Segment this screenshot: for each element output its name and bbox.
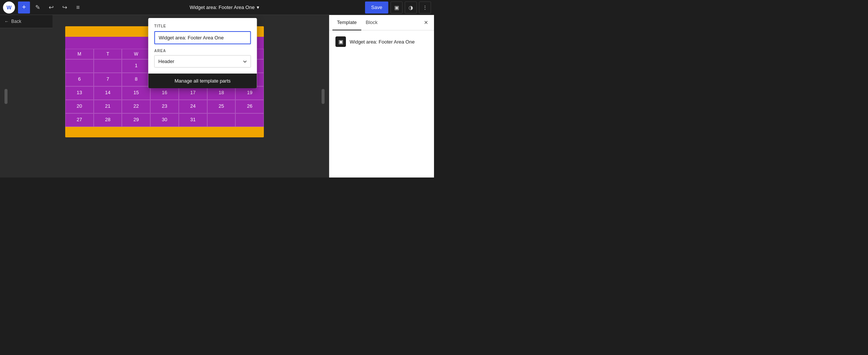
cal-day: 31 [179,113,207,127]
cal-day: 25 [207,100,236,113]
more-icon: ⋮ [422,5,428,11]
right-panel-tabs: Template Block × [329,15,434,30]
cal-day: 16 [150,86,179,100]
cal-day: 6 [65,73,94,86]
popup-inner: TITLE AREA Header Footer Sidebar [148,18,257,74]
add-block-button[interactable]: + [18,2,30,14]
panel-close-button[interactable]: × [421,16,431,30]
cal-day [235,113,264,127]
day-header-mon: M [65,49,94,59]
title-label: TITLE [154,24,251,28]
cal-day: 29 [122,113,150,127]
undo-icon: ↩ [49,4,54,11]
cal-day [207,113,236,127]
cal-day: 17 [179,86,207,100]
cal-day: 19 [235,86,264,100]
area-label: AREA [154,49,251,53]
widget-icon-glyph: ▣ [338,39,343,45]
main-layout: ← Back March 2023 M T W T F S S 1 [0,15,434,178]
close-icon: × [424,19,428,26]
cal-day: 30 [150,113,179,127]
right-resize-handle[interactable] [322,89,325,104]
tab-block-label: Block [366,20,378,25]
cal-day: 13 [65,86,94,100]
area-select[interactable]: Header Footer Sidebar [154,55,251,68]
cal-day: 27 [65,113,94,127]
cal-day [94,59,122,73]
layout-button[interactable]: ▣ [391,2,403,14]
wp-logo[interactable]: W [3,2,15,14]
contrast-icon: ◑ [409,5,413,11]
calendar-footer-bar [65,127,264,137]
widget-area-title-text: Widget area: Footer Area One [190,5,254,10]
cal-day: 23 [150,100,179,113]
more-options-button[interactable]: ⋮ [419,2,431,14]
cal-day: 26 [235,100,264,113]
cal-day: 1 [122,59,150,73]
contrast-button[interactable]: ◑ [405,2,417,14]
edit-tool-button[interactable]: ✎ [31,2,43,14]
widget-area-item: ▣ Widget area: Footer Area One [335,36,428,47]
cal-day: 18 [207,86,236,100]
save-button[interactable]: Save [365,2,388,14]
cal-day: 8 [122,73,150,86]
cal-day: 7 [94,73,122,86]
cal-day: 28 [94,113,122,127]
chevron-down-icon: ▾ [257,5,259,10]
widget-area-name: Widget area: Footer Area One [350,39,415,45]
tab-template-label: Template [337,20,357,25]
tab-template[interactable]: Template [332,15,361,30]
manage-template-parts-button[interactable]: Manage all template parts [148,74,257,88]
left-resize-handle[interactable] [4,89,7,104]
list-view-button[interactable]: ≡ [72,2,84,14]
list-icon: ≡ [76,4,79,11]
cal-day [65,59,94,73]
back-label: Back [11,19,21,24]
template-part-popup: TITLE AREA Header Footer Sidebar Manage … [148,18,257,88]
cal-day: 15 [122,86,150,100]
top-toolbar: W + ✎ ↩ ↪ ≡ Widget area: Footer Area One… [0,0,434,15]
cal-day: 20 [65,100,94,113]
undo-button[interactable]: ↩ [45,2,57,14]
title-input[interactable] [154,31,251,44]
right-panel: Template Block × ▣ Widget area: Footer A… [329,15,434,178]
widget-area-title-button[interactable]: Widget area: Footer Area One ▾ [190,5,259,10]
arrow-left-icon: ← [4,19,9,24]
layout-icon: ▣ [394,5,399,11]
cal-day: 22 [122,100,150,113]
redo-button[interactable]: ↪ [58,2,70,14]
back-button[interactable]: ← Back [0,15,52,28]
cal-day: 14 [94,86,122,100]
toolbar-center: Widget area: Footer Area One ▾ [85,5,364,10]
toolbar-right: Save ▣ ◑ ⋮ [365,2,431,14]
widget-block-icon: ▣ [335,36,346,47]
manage-template-parts-label: Manage all template parts [175,78,231,84]
cal-day: 24 [179,100,207,113]
redo-icon: ↪ [62,4,67,11]
pencil-icon: ✎ [35,4,40,11]
canvas-area: March 2023 M T W T F S S 1 2 3 4 5 6 [0,15,329,178]
wp-logo-text: W [6,5,11,11]
day-header-tue: T [94,49,122,59]
day-header-wed: W [122,49,150,59]
tab-block[interactable]: Block [361,15,382,30]
cal-day: 21 [94,100,122,113]
plus-icon: + [22,3,26,11]
right-panel-content: ▣ Widget area: Footer Area One [329,30,434,53]
